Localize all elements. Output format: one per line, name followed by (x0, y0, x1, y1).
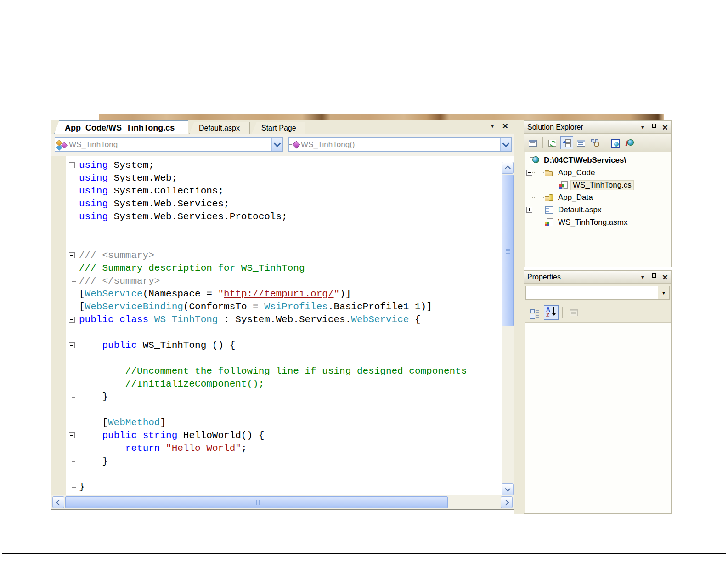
horizontal-scrollbar[interactable] (51, 495, 514, 509)
code-text: public class WS_TinhTong : System.Web.Se… (79, 313, 421, 326)
object-selector-dropdown[interactable]: ▼ (525, 286, 670, 300)
chevron-left-icon (56, 500, 62, 506)
properties-grid-empty (525, 323, 671, 513)
horizontal-scrollbar-thumb[interactable] (65, 496, 448, 508)
tab-app-code-ws-tinhtong-cs[interactable]: App_Code/WS_TinhTong.cs (54, 120, 188, 134)
dropdown-button[interactable] (271, 138, 282, 151)
dropdown-button[interactable] (500, 138, 511, 151)
code-text-area[interactable]: using System;using System.Web;using Syst… (51, 156, 502, 495)
code-line (66, 352, 502, 365)
chevron-down-icon (505, 486, 511, 492)
editor-navigation-bar: WS_TinhTong WS_TinhTong() (51, 134, 514, 156)
code-text: [WebServiceBinding(ConformsTo = WsiProfi… (79, 301, 432, 313)
aspnet-configuration-button[interactable] (623, 136, 636, 149)
collapse-minus-icon (69, 342, 75, 348)
nest-related-files-button[interactable] (560, 136, 573, 149)
fold-collapse-box[interactable] (66, 313, 79, 326)
code-text: return "Hello World"; (79, 442, 247, 455)
scroll-left-button[interactable] (52, 496, 64, 508)
fold-collapse-box[interactable] (66, 429, 79, 442)
refresh-icon (548, 139, 557, 147)
copy-web-site-button[interactable] (609, 136, 621, 149)
tab-default-aspx[interactable]: Default.aspx (189, 122, 250, 134)
code-line: [WebServiceBinding(ConformsTo = WsiProfi… (66, 301, 502, 313)
view-component-designer-button[interactable] (575, 136, 587, 149)
dropdown-button[interactable]: ▼ (658, 286, 669, 299)
panel-buttons: ▼ × (640, 273, 668, 281)
tree-item-ws-tinhtong-asmx[interactable]: WS_TinhTong.asmx (525, 216, 671, 228)
splitter-line (519, 120, 519, 514)
class-icon (55, 139, 69, 150)
window-menu-icon[interactable]: ▼ (640, 125, 645, 130)
categorized-button[interactable] (527, 305, 542, 320)
page-bottom-rule (2, 553, 726, 554)
properties-toolbar: AZ (525, 303, 671, 323)
alphabetical-button[interactable]: AZ (544, 305, 559, 320)
scroll-right-button[interactable] (501, 496, 513, 508)
vertical-scrollbar-thumb[interactable] (502, 175, 514, 326)
tree-item-d-04ct-webservices[interactable]: D:\04CT\WebServices\ (525, 154, 671, 166)
categorized-icon (530, 308, 539, 317)
collapse-minus-icon[interactable] (526, 170, 532, 176)
toolbar-separator (605, 137, 605, 148)
close-icon[interactable]: × (502, 122, 508, 130)
code-text: /// Summary description for WS_TinhTong (79, 262, 305, 275)
panel-splitter[interactable] (514, 120, 524, 514)
tree-item-ws-tinhtong-cs[interactable]: WS_TinhTong.cs (525, 179, 671, 191)
expand-plus-icon[interactable] (526, 207, 532, 213)
fold-margin (66, 404, 79, 416)
tree-item-label: App_Code (556, 168, 597, 178)
fold-margin (66, 326, 79, 339)
fold-margin (66, 275, 79, 288)
refresh-button[interactable] (546, 136, 559, 149)
vertical-scrollbar[interactable] (502, 162, 514, 495)
fold-collapse-box[interactable] (66, 339, 79, 352)
pin-icon[interactable] (651, 123, 656, 131)
tree-item-app-code[interactable]: App_Code (525, 166, 671, 179)
fold-collapse-box[interactable] (66, 159, 79, 172)
code-line: using System.Collections; (66, 185, 502, 198)
data-folder-icon (544, 193, 553, 202)
asmx-file-icon (544, 218, 553, 227)
code-line: [WebMethod] (66, 416, 502, 429)
scroll-up-button[interactable] (502, 162, 514, 174)
close-icon[interactable]: × (662, 123, 668, 131)
indicator-margin (51, 156, 66, 495)
scroll-down-button[interactable] (502, 483, 514, 495)
scrollbar-grip (254, 500, 260, 505)
tree-item-default-aspx[interactable]: Default.aspx (525, 204, 671, 216)
aspnet-configuration-icon (625, 139, 634, 147)
pin-icon[interactable] (651, 273, 656, 281)
object-selector-value (526, 286, 658, 299)
members-dropdown[interactable]: WS_TinhTong() (288, 137, 512, 152)
collapse-minus-icon (69, 317, 75, 323)
fold-collapse-box[interactable] (66, 249, 79, 262)
code-text: /// <summary> (79, 249, 154, 262)
tab-label: App_Code/WS_TinhTong.cs (65, 123, 175, 132)
window-menu-icon[interactable]: ▼ (640, 274, 645, 280)
code-text: using System; (79, 159, 154, 172)
code-line: } (66, 391, 502, 404)
properties-window-button[interactable] (526, 136, 539, 149)
code-editor-window: App_Code/WS_TinhTong.cs Default.aspx Sta… (51, 120, 514, 510)
code-line: //InitializeComponent(); (66, 378, 502, 391)
code-line: //Uncomment the following line if using … (66, 365, 502, 378)
properties-panel: Properties ▼ × ▼ AZ (524, 270, 672, 514)
aspx-file-icon (544, 206, 553, 214)
fold-margin (66, 198, 79, 210)
tab-start-page[interactable]: Start Page (252, 122, 305, 134)
code-line: /// Summary description for WS_TinhTong (66, 262, 502, 275)
document-menu-icon[interactable]: ▼ (490, 123, 495, 129)
tree-item-label: WS_TinhTong.asmx (556, 217, 630, 227)
code-text: } (79, 455, 108, 468)
code-line (66, 404, 502, 416)
code-text: [WebMethod] (79, 416, 166, 429)
fold-margin (66, 468, 79, 481)
tree-item-app-data[interactable]: App_Data (525, 191, 671, 204)
collapse-minus-icon (69, 252, 75, 258)
cs-file-icon (559, 181, 568, 189)
chevron-down-icon: ▼ (661, 290, 666, 296)
close-icon[interactable]: × (662, 273, 668, 281)
types-dropdown[interactable]: WS_TinhTong (55, 137, 283, 152)
view-class-diagram-button[interactable] (589, 136, 602, 149)
